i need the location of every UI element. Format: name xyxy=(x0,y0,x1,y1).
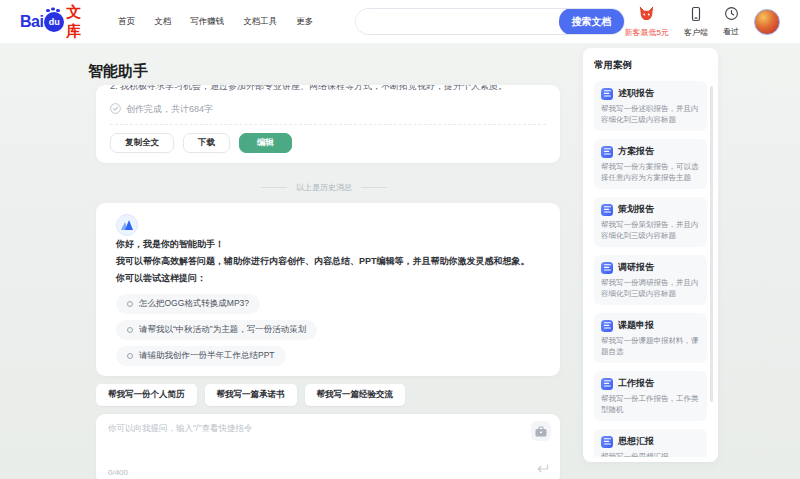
suggestion-chip[interactable]: 怎么把OGG格式转换成MP3? xyxy=(116,294,260,314)
case-list: 述职报告 帮我写一份述职报告，并且内容细化到三级内容标题 方案报告 帮我写一份方… xyxy=(594,81,707,457)
case-title: 述职报告 xyxy=(618,87,654,100)
divider-line xyxy=(261,187,287,188)
message-input-card: 0/400 xyxy=(96,414,560,479)
case-card[interactable]: 课题申报 帮我写一份课题申报材料，课题自选 xyxy=(594,313,707,363)
suggestion-list: 怎么把OGG格式转换成MP3? 请帮我以“中秋活动”为主题，写一份活动策划 请辅… xyxy=(116,294,540,366)
page-title: 智能助手 xyxy=(88,62,560,80)
search-docs-button[interactable]: 搜索文档 xyxy=(559,8,625,35)
check-circle-icon xyxy=(110,103,121,116)
cases-panel-title: 常用案例 xyxy=(594,59,707,72)
message-input[interactable] xyxy=(108,423,523,459)
case-description: 帮我写一份课题申报材料，课题自选 xyxy=(601,335,700,357)
nav-item[interactable]: 首页 xyxy=(118,16,135,28)
case-title: 调研报告 xyxy=(618,261,654,274)
search-bar: 搜索文档 xyxy=(355,8,624,35)
common-cases-panel: 常用案例 述职报告 帮我写一份述职报告，并且内容细化到三级内容标题 方案报告 xyxy=(583,48,718,462)
assistant-intro: 我可以帮你高效解答问题，辅助你进行内容创作、内容总结、PPT编辑等，并且帮助你激… xyxy=(116,253,540,270)
history-actions: 复制全文 下载 编辑 xyxy=(110,133,546,153)
copy-full-text-button[interactable]: 复制全文 xyxy=(110,133,174,153)
history-result-card: 2. 我积极寻求学习机会，通过参加外部专业讲座、网络课程等方式，不断拓宽视野，提… xyxy=(96,85,560,163)
quick-prompt-chip[interactable]: 帮我写一篇承诺书 xyxy=(205,384,297,406)
clock-icon xyxy=(724,6,739,25)
client-entry[interactable]: 客户端 xyxy=(684,6,708,38)
divider-line xyxy=(361,187,387,188)
nav-item[interactable]: 更多 xyxy=(296,16,313,28)
logo-text-bai: Bai xyxy=(20,13,43,31)
quick-prompt-chip[interactable]: 帮我写一份个人简历 xyxy=(96,384,197,406)
suggestion-chip[interactable]: 请辅助我创作一份半年工作总结PPT xyxy=(116,346,286,366)
assistant-avatar xyxy=(116,214,138,236)
phone-icon xyxy=(689,6,703,26)
assistant-message-card: 你好，我是你的智能助手！ 我可以帮你高效解答问题，辅助你进行内容创作、内容总结、… xyxy=(96,203,560,376)
case-description: 帮我写一份方案报告，可以选择任意内容为方案报告主题 xyxy=(601,161,700,183)
document-icon xyxy=(601,88,613,100)
nav-item[interactable]: 文档 xyxy=(154,16,171,28)
document-icon xyxy=(601,320,613,332)
briefcase-icon xyxy=(535,426,547,437)
case-description: 帮我写一份思想汇报 xyxy=(601,451,700,457)
viewed-label: 看过 xyxy=(723,26,739,37)
assistant-greeting: 你好，我是你的智能助手！ xyxy=(116,236,540,253)
suggestion-label: 请辅助我创作一份半年工作总结PPT xyxy=(139,350,275,362)
history-divider: 以上是历史消息 xyxy=(88,181,560,193)
case-title: 策划报告 xyxy=(618,203,654,216)
case-card[interactable]: 方案报告 帮我写一份方案报告，可以选择任意内容为方案报告主题 xyxy=(594,139,707,189)
baidu-wenku-logo[interactable]: Bai du 文库 xyxy=(20,3,96,41)
bullet-circle-icon xyxy=(127,301,133,307)
document-icon xyxy=(601,262,613,274)
send-enter-icon[interactable] xyxy=(536,460,549,478)
case-title: 工作报告 xyxy=(618,377,654,390)
document-icon xyxy=(601,436,613,448)
suggestion-label: 怎么把OGG格式转换成MP3? xyxy=(139,298,249,310)
mascot-icon xyxy=(637,5,656,26)
top-navbar: Bai du 文库 首页文档写作赚钱文档工具更多 搜索文档 新客最低5元 客户端… xyxy=(0,0,800,44)
clipped-history-text: 2. 我积极寻求学习机会，通过参加外部专业讲座、网络课程等方式，不断拓宽视野，提… xyxy=(110,85,546,94)
baidu-paw-icon: du xyxy=(44,12,64,32)
logo-text-wenku: 文库 xyxy=(66,3,96,41)
user-avatar[interactable] xyxy=(754,9,780,35)
bullet-circle-icon xyxy=(127,327,133,333)
document-icon xyxy=(601,146,613,158)
case-card[interactable]: 工作报告 帮我写一份工作报告，工作类型随机 xyxy=(594,371,707,421)
case-description: 帮我写一份工作报告，工作类型随机 xyxy=(601,393,700,415)
quick-prompt-chip[interactable]: 帮我写一篇经验交流 xyxy=(305,384,406,406)
client-label: 客户端 xyxy=(684,27,708,38)
bullet-circle-icon xyxy=(127,353,133,359)
nav-item[interactable]: 文档工具 xyxy=(243,16,277,28)
case-title: 思想汇报 xyxy=(618,435,654,448)
quick-prompt-row: 帮我写一份个人简历帮我写一篇承诺书帮我写一篇经验交流 xyxy=(96,384,560,406)
search-input[interactable] xyxy=(356,9,559,34)
sidebar-scrollbar[interactable] xyxy=(710,86,713,402)
status-text: 创作完成，共计684字 xyxy=(126,103,213,116)
viewed-entry[interactable]: 看过 xyxy=(723,6,739,37)
case-card[interactable]: 述职报告 帮我写一份述职报告，并且内容细化到三级内容标题 xyxy=(594,81,707,131)
header-actions: 新客最低5元 客户端 看过 xyxy=(625,5,780,38)
download-button[interactable]: 下载 xyxy=(183,133,230,153)
case-card[interactable]: 调研报告 帮我写一份调研报告，并且内容细化到三级内容标题 xyxy=(594,255,707,305)
document-icon xyxy=(601,378,613,390)
assistant-main: 智能助手 2. 我积极寻求学习机会，通过参加外部专业讲座、网络课程等方式，不断拓… xyxy=(88,44,560,479)
dashed-divider xyxy=(110,124,546,125)
nav-item[interactable]: 写作赚钱 xyxy=(190,16,224,28)
mountain-logo-icon xyxy=(121,220,133,230)
promo-label: 新客最低5元 xyxy=(625,27,669,38)
case-description: 帮我写一份策划报告，并且内容细化到三级内容标题 xyxy=(601,219,700,241)
case-title: 课题申报 xyxy=(618,319,654,332)
main-nav: 首页文档写作赚钱文档工具更多 xyxy=(118,16,313,28)
case-description: 帮我写一份调研报告，并且内容细化到三级内容标题 xyxy=(601,277,700,299)
toolbox-button[interactable] xyxy=(531,421,551,441)
suggestion-chip[interactable]: 请帮我以“中秋活动”为主题，写一份活动策划 xyxy=(116,320,317,340)
case-description: 帮我写一份述职报告，并且内容细化到三级内容标题 xyxy=(601,103,700,125)
creation-status: 创作完成，共计684字 xyxy=(110,103,546,116)
promo-entry[interactable]: 新客最低5元 xyxy=(625,5,669,38)
suggestion-label: 请帮我以“中秋活动”为主题，写一份活动策划 xyxy=(139,324,306,336)
edit-button[interactable]: 编辑 xyxy=(239,133,292,153)
document-icon xyxy=(601,204,613,216)
char-counter: 0/400 xyxy=(108,468,128,477)
divider-text: 以上是历史消息 xyxy=(296,182,352,193)
case-card[interactable]: 策划报告 帮我写一份策划报告，并且内容细化到三级内容标题 xyxy=(594,197,707,247)
case-title: 方案报告 xyxy=(618,145,654,158)
case-card[interactable]: 思想汇报 帮我写一份思想汇报 xyxy=(594,429,707,457)
assistant-prompt-hint: 你可以尝试这样提问： xyxy=(116,270,540,287)
